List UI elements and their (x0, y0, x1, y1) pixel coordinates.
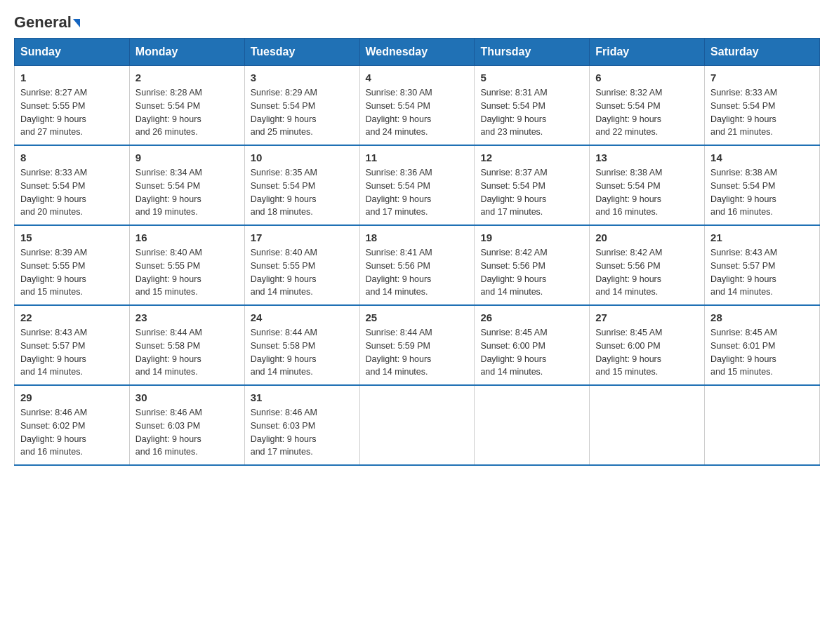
logo-text: General (14, 14, 80, 31)
weekday-header-wednesday: Wednesday (359, 39, 475, 66)
day-info: Sunrise: 8:46 AMSunset: 6:03 PMDaylight:… (135, 406, 239, 459)
calendar-cell: 13Sunrise: 8:38 AMSunset: 5:54 PMDayligh… (590, 145, 705, 225)
calendar-cell: 5Sunrise: 8:31 AMSunset: 5:54 PMDaylight… (475, 66, 590, 146)
day-info: Sunrise: 8:27 AMSunset: 5:55 PMDaylight:… (20, 86, 124, 139)
weekday-header-monday: Monday (129, 39, 244, 66)
day-info: Sunrise: 8:34 AMSunset: 5:54 PMDaylight:… (135, 166, 239, 219)
day-number: 10 (251, 152, 354, 163)
day-info: Sunrise: 8:40 AMSunset: 5:55 PMDaylight:… (135, 246, 239, 299)
day-number: 13 (595, 152, 699, 163)
day-number: 12 (480, 152, 583, 163)
calendar-cell: 31Sunrise: 8:46 AMSunset: 6:03 PMDayligh… (244, 385, 359, 465)
day-number: 30 (135, 391, 239, 403)
day-info: Sunrise: 8:33 AMSunset: 5:54 PMDaylight:… (20, 166, 124, 219)
day-info: Sunrise: 8:42 AMSunset: 5:56 PMDaylight:… (595, 246, 699, 299)
day-number: 16 (135, 232, 239, 243)
calendar-table: SundayMondayTuesdayWednesdayThursdayFrid… (14, 38, 820, 466)
day-number: 19 (480, 232, 583, 243)
weekday-header-tuesday: Tuesday (244, 39, 359, 66)
calendar-cell: 24Sunrise: 8:44 AMSunset: 5:58 PMDayligh… (244, 305, 359, 385)
calendar-cell (359, 385, 475, 465)
day-number: 14 (710, 152, 814, 163)
day-number: 6 (595, 72, 699, 83)
day-info: Sunrise: 8:44 AMSunset: 5:59 PMDaylight:… (366, 326, 469, 379)
calendar-cell: 19Sunrise: 8:42 AMSunset: 5:56 PMDayligh… (475, 225, 590, 305)
calendar-cell: 17Sunrise: 8:40 AMSunset: 5:55 PMDayligh… (244, 225, 359, 305)
day-info: Sunrise: 8:43 AMSunset: 5:57 PMDaylight:… (20, 326, 124, 379)
logo-triangle-icon (73, 19, 80, 27)
calendar-week-row: 29Sunrise: 8:46 AMSunset: 6:02 PMDayligh… (15, 385, 820, 465)
calendar-cell: 28Sunrise: 8:45 AMSunset: 6:01 PMDayligh… (705, 305, 820, 385)
calendar-week-row: 22Sunrise: 8:43 AMSunset: 5:57 PMDayligh… (15, 305, 820, 385)
day-number: 4 (366, 72, 469, 83)
weekday-header-thursday: Thursday (475, 39, 590, 66)
day-info: Sunrise: 8:36 AMSunset: 5:54 PMDaylight:… (366, 166, 469, 219)
calendar-cell: 20Sunrise: 8:42 AMSunset: 5:56 PMDayligh… (590, 225, 705, 305)
calendar-cell: 7Sunrise: 8:33 AMSunset: 5:54 PMDaylight… (705, 66, 820, 146)
calendar-cell: 30Sunrise: 8:46 AMSunset: 6:03 PMDayligh… (129, 385, 244, 465)
day-number: 29 (20, 391, 124, 403)
calendar-week-row: 15Sunrise: 8:39 AMSunset: 5:55 PMDayligh… (15, 225, 820, 305)
day-info: Sunrise: 8:46 AMSunset: 6:02 PMDaylight:… (20, 406, 124, 459)
day-number: 5 (480, 72, 583, 83)
day-number: 9 (135, 152, 239, 163)
calendar-cell: 15Sunrise: 8:39 AMSunset: 5:55 PMDayligh… (15, 225, 130, 305)
day-number: 26 (480, 311, 583, 323)
calendar-cell: 29Sunrise: 8:46 AMSunset: 6:02 PMDayligh… (15, 385, 130, 465)
day-info: Sunrise: 8:40 AMSunset: 5:55 PMDaylight:… (251, 246, 354, 299)
day-info: Sunrise: 8:46 AMSunset: 6:03 PMDaylight:… (251, 406, 354, 459)
day-info: Sunrise: 8:37 AMSunset: 5:54 PMDaylight:… (480, 166, 583, 219)
day-number: 22 (20, 311, 124, 323)
weekday-header-row: SundayMondayTuesdayWednesdayThursdayFrid… (15, 39, 820, 66)
calendar-cell: 26Sunrise: 8:45 AMSunset: 6:00 PMDayligh… (475, 305, 590, 385)
day-number: 7 (710, 72, 814, 83)
day-number: 25 (366, 311, 469, 323)
day-info: Sunrise: 8:31 AMSunset: 5:54 PMDaylight:… (480, 86, 583, 139)
day-number: 2 (135, 72, 239, 83)
day-info: Sunrise: 8:39 AMSunset: 5:55 PMDaylight:… (20, 246, 124, 299)
calendar-cell: 8Sunrise: 8:33 AMSunset: 5:54 PMDaylight… (15, 145, 130, 225)
day-number: 1 (20, 72, 124, 83)
day-info: Sunrise: 8:33 AMSunset: 5:54 PMDaylight:… (710, 86, 814, 139)
day-info: Sunrise: 8:38 AMSunset: 5:54 PMDaylight:… (595, 166, 699, 219)
day-info: Sunrise: 8:41 AMSunset: 5:56 PMDaylight:… (366, 246, 469, 299)
day-info: Sunrise: 8:29 AMSunset: 5:54 PMDaylight:… (251, 86, 354, 139)
day-info: Sunrise: 8:43 AMSunset: 5:57 PMDaylight:… (710, 246, 814, 299)
calendar-cell: 21Sunrise: 8:43 AMSunset: 5:57 PMDayligh… (705, 225, 820, 305)
calendar-cell: 2Sunrise: 8:28 AMSunset: 5:54 PMDaylight… (129, 66, 244, 146)
calendar-cell: 23Sunrise: 8:44 AMSunset: 5:58 PMDayligh… (129, 305, 244, 385)
weekday-header-sunday: Sunday (15, 39, 130, 66)
calendar-cell: 1Sunrise: 8:27 AMSunset: 5:55 PMDaylight… (15, 66, 130, 146)
day-info: Sunrise: 8:30 AMSunset: 5:54 PMDaylight:… (366, 86, 469, 139)
calendar-body: 1Sunrise: 8:27 AMSunset: 5:55 PMDaylight… (15, 66, 820, 466)
day-info: Sunrise: 8:45 AMSunset: 6:01 PMDaylight:… (710, 326, 814, 379)
day-info: Sunrise: 8:44 AMSunset: 5:58 PMDaylight:… (251, 326, 354, 379)
calendar-cell: 16Sunrise: 8:40 AMSunset: 5:55 PMDayligh… (129, 225, 244, 305)
day-info: Sunrise: 8:44 AMSunset: 5:58 PMDaylight:… (135, 326, 239, 379)
day-info: Sunrise: 8:42 AMSunset: 5:56 PMDaylight:… (480, 246, 583, 299)
calendar-cell (705, 385, 820, 465)
calendar-cell: 6Sunrise: 8:32 AMSunset: 5:54 PMDaylight… (590, 66, 705, 146)
calendar-cell: 25Sunrise: 8:44 AMSunset: 5:59 PMDayligh… (359, 305, 475, 385)
day-number: 11 (366, 152, 469, 163)
day-info: Sunrise: 8:28 AMSunset: 5:54 PMDaylight:… (135, 86, 239, 139)
day-number: 20 (595, 232, 699, 243)
calendar-cell: 4Sunrise: 8:30 AMSunset: 5:54 PMDaylight… (359, 66, 475, 146)
day-number: 28 (710, 311, 814, 323)
day-number: 8 (20, 152, 124, 163)
day-number: 27 (595, 311, 699, 323)
day-number: 24 (251, 311, 354, 323)
calendar-cell: 18Sunrise: 8:41 AMSunset: 5:56 PMDayligh… (359, 225, 475, 305)
day-number: 21 (710, 232, 814, 243)
calendar-cell (590, 385, 705, 465)
day-info: Sunrise: 8:45 AMSunset: 6:00 PMDaylight:… (480, 326, 583, 379)
calendar-cell: 12Sunrise: 8:37 AMSunset: 5:54 PMDayligh… (475, 145, 590, 225)
calendar-cell: 11Sunrise: 8:36 AMSunset: 5:54 PMDayligh… (359, 145, 475, 225)
day-number: 23 (135, 311, 239, 323)
day-info: Sunrise: 8:35 AMSunset: 5:54 PMDaylight:… (251, 166, 354, 219)
day-number: 17 (251, 232, 354, 243)
day-number: 3 (251, 72, 354, 83)
calendar-cell (475, 385, 590, 465)
calendar-header: SundayMondayTuesdayWednesdayThursdayFrid… (15, 39, 820, 66)
day-info: Sunrise: 8:32 AMSunset: 5:54 PMDaylight:… (595, 86, 699, 139)
